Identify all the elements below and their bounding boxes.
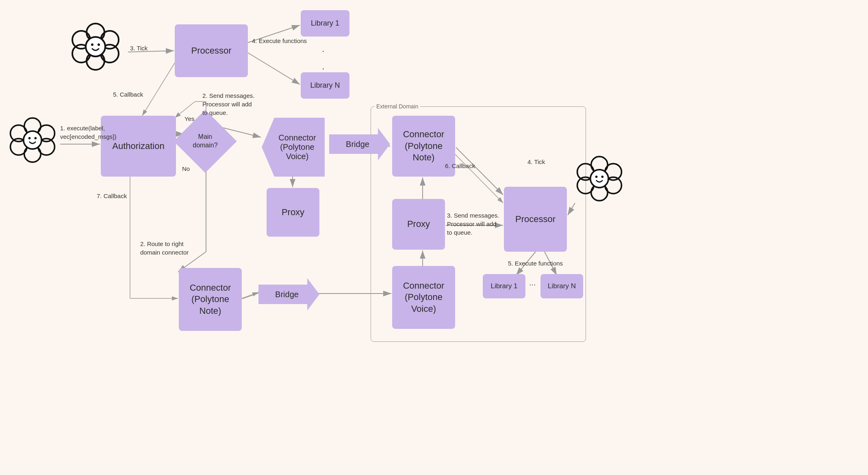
dots-bot: ... (529, 275, 536, 290)
main-domain-diamond: Maindomain? (174, 110, 237, 173)
svg-line-11 (142, 63, 175, 116)
label-execute-funcs-top: 4. Execute functions (252, 37, 307, 45)
svg-point-37 (98, 43, 100, 46)
svg-point-54 (595, 176, 598, 178)
flower-left-icon (8, 116, 57, 164)
library1-bot-node: Library 1 (483, 274, 525, 298)
label-send-msgs-top: 2. Send messages.Processor will addto qu… (202, 91, 254, 117)
bridge-bot-node: Bridge (258, 278, 319, 311)
svg-line-17 (242, 292, 258, 298)
proxy-main-node: Proxy (267, 188, 319, 237)
svg-point-44 (24, 131, 41, 149)
flower-right-icon (575, 154, 624, 203)
label-callback-bot: 7. Callback (97, 192, 127, 200)
flower-top-icon (69, 20, 122, 73)
connector-voice-main-node: Connector(PolytoneVoice) (262, 118, 325, 177)
svg-line-4 (248, 53, 300, 84)
label-no: No (182, 164, 190, 173)
svg-point-46 (35, 137, 37, 140)
svg-point-35 (86, 37, 105, 56)
label-execute-funcs-bot: 5. Execute functions (508, 259, 563, 268)
external-domain-label: External Domain (375, 103, 420, 110)
label-send-msgs-ext: 3. Send messages.Processor will addto qu… (447, 211, 499, 237)
processor-ext-node: Processor (504, 187, 567, 252)
label-callback-top: 5. Callback (113, 90, 143, 99)
connector-voice-ext-node: Connector(PolytoneVoice) (392, 266, 455, 329)
processor-top-node: Processor (175, 24, 248, 77)
label-tick2: 4. Tick (527, 158, 545, 166)
label-route-domain: 2. Route to rightdomain connector (140, 240, 189, 257)
svg-point-55 (601, 176, 604, 178)
label-callback-ext: 6. Callback (445, 162, 475, 170)
proxy-ext-node: Proxy (392, 199, 445, 250)
connector-note-main-node: Connector(PolytoneNote) (179, 268, 242, 331)
label-yes: Yes (184, 114, 194, 123)
svg-line-18 (242, 293, 258, 299)
diagram: External Domain Processor Library 1 ... … (0, 0, 868, 475)
libraryn-top-node: Library N (301, 72, 349, 99)
svg-point-53 (590, 170, 608, 188)
svg-point-36 (91, 43, 93, 46)
svg-point-45 (28, 137, 31, 140)
library1-top-node: Library 1 (301, 10, 349, 37)
label-tick1: 3. Tick (130, 44, 148, 52)
libraryn-bot-node: Library N (540, 274, 583, 298)
label-execute: 1. execute(label,vec[encoded_msgs]) (60, 124, 116, 141)
bridge-top-node: Bridge (329, 128, 390, 160)
